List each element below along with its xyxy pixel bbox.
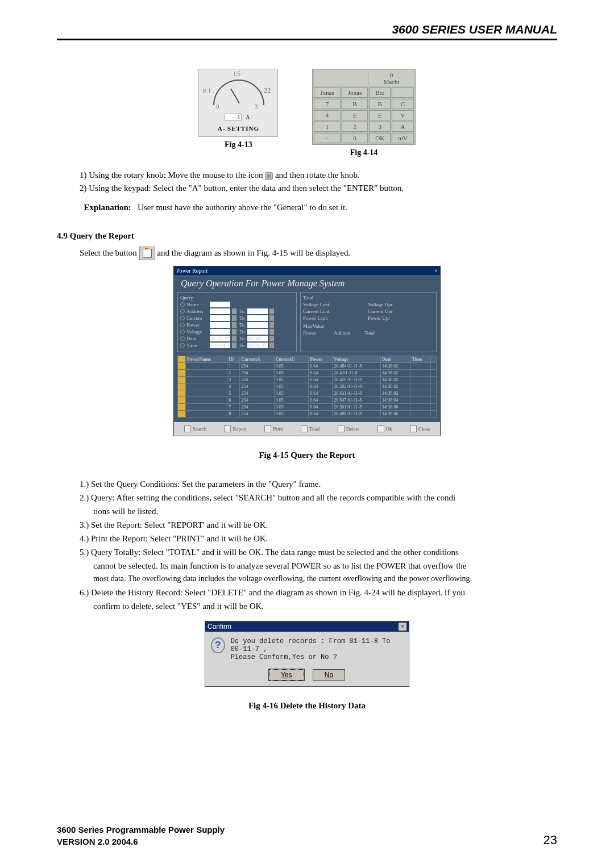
radio-icon[interactable] xyxy=(180,336,185,341)
fig-4-13-block: B.T . 1.5 . 22 0 3 1 A A- SETTING Fig 4-… xyxy=(198,69,278,157)
explanation-line: Explanation: User must have the authorit… xyxy=(80,201,557,214)
mode-cell[interactable]: A xyxy=(392,122,414,132)
list-item-2b: tions will be listed. xyxy=(93,504,557,518)
table-row: 42540.050.6426.502 01-11-814:38:02 xyxy=(178,383,437,390)
list-item-2a: 2.) Query: After setting the conditions,… xyxy=(80,491,557,504)
dial-label-22: . 22 xyxy=(260,86,271,95)
fig-4-15-caption: Fig 4-15 Query the Report xyxy=(57,450,557,460)
table-row: 12540.050.6426.484 01-11-814:38:02 xyxy=(178,363,437,370)
mode-cell[interactable]: C xyxy=(392,99,414,109)
fig-4-14-block: 0 Macht Jonas Jonas Bto 7 B B C 4 E E V xyxy=(312,69,415,157)
header-title: 3600 SERIES USER MANUAL xyxy=(392,23,557,36)
radio-icon[interactable] xyxy=(180,316,185,320)
list-item-5b: cannot be selected. Its main function is… xyxy=(93,559,557,573)
list-item-1: 1.) Set the Query Conditions: Set the pa… xyxy=(80,477,557,491)
list-item-6b: confirm to delete, select "YES" and it w… xyxy=(93,599,557,613)
mode-cell[interactable]: 0 xyxy=(342,133,368,143)
knob-icon xyxy=(265,172,273,180)
confirm-msg-2: Please Conform,Yes or No ? xyxy=(231,653,403,661)
ok-icon xyxy=(377,425,384,432)
table-row: 52540.050.6426.631 01-11-814:38:02 xyxy=(178,390,437,397)
print-icon xyxy=(264,425,271,432)
ok-button[interactable]: Ok xyxy=(377,425,392,432)
mode-col-1: Jonas xyxy=(342,87,368,98)
search-icon xyxy=(184,425,191,432)
confirm-msg-1: Do you delete records : From 01-11-8 To … xyxy=(231,637,403,653)
search-button[interactable]: Search xyxy=(184,425,207,432)
query-result-table: PowerName ID CurrentA CurrentU Power Vol… xyxy=(177,356,437,418)
table-row: 82540.050.6426.488 01-11-814:38:06 xyxy=(178,411,437,418)
mode-cell[interactable]: B xyxy=(342,99,368,109)
line-keypad: 2) Using the keypad: Select the "A" butt… xyxy=(80,182,557,195)
footer-line-1: 3600 Series Programmable Power Supply xyxy=(57,824,225,836)
table-row: 72540.050.6426.501 01-11-814:38:06 xyxy=(178,404,437,411)
time-to[interactable]: 23:59:59 xyxy=(247,343,268,348)
explanation-label: Explanation: xyxy=(84,203,131,212)
date-from[interactable]: 01-11- 7 xyxy=(210,336,230,341)
mode-cell[interactable]: E xyxy=(342,110,368,120)
no-button[interactable]: No xyxy=(313,669,345,681)
qw-titlebar-text: Power Report xyxy=(176,268,208,274)
close-icon[interactable]: × xyxy=(434,268,438,274)
confirm-title: Confirm xyxy=(208,623,231,631)
close-button[interactable]: Close xyxy=(410,425,430,432)
mode-col-2: Bto xyxy=(369,87,391,98)
mode-cell[interactable]: 1 xyxy=(314,122,340,132)
mode-cell[interactable]: B xyxy=(369,99,391,109)
report-button-icon xyxy=(139,247,155,260)
mode-cell[interactable]: V xyxy=(392,110,414,120)
delete-icon xyxy=(338,425,345,432)
explanation-text: User must have the authority above the "… xyxy=(138,203,347,212)
line-rotary-knob: 1) Using the rotary knob: Move the mouse… xyxy=(80,169,557,182)
close-icon[interactable]: × xyxy=(399,623,406,631)
maxvalue-label: MaxValue xyxy=(303,323,434,329)
query-report-window: Power Report × Query Operation For Power… xyxy=(173,266,441,436)
dial-setting-label: A- SETTING xyxy=(199,125,277,132)
report-icon xyxy=(224,425,231,432)
dial-label-bt: B.T . xyxy=(202,87,214,94)
confirm-titlebar: Confirm × xyxy=(205,621,409,632)
addr-to[interactable] xyxy=(247,308,268,314)
dial-widget: B.T . 1.5 . 22 0 3 1 A A- SETTING xyxy=(198,69,278,137)
fig-4-14-caption: Fig 4-14 xyxy=(312,148,415,157)
mode-cell[interactable]: 7 xyxy=(314,99,340,109)
mode-cell[interactable]: mV xyxy=(392,133,414,143)
table-row: 62540.050.6426.547 01-11-814:38:04 xyxy=(178,397,437,404)
yes-button[interactable]: Yes xyxy=(269,669,304,681)
dial-label-3: 3 xyxy=(255,103,258,110)
mode-col-3 xyxy=(392,87,414,98)
mode-cell[interactable]: 4 xyxy=(314,110,340,120)
date-to[interactable]: 00- 01- 7 xyxy=(247,336,268,341)
dial-input[interactable]: 1 xyxy=(225,114,242,120)
radio-icon[interactable] xyxy=(180,343,185,348)
list-item-5c: most data. The overflowing data includes… xyxy=(93,573,557,585)
qw-title: Query Operation For Power Manage System xyxy=(177,277,437,292)
mode-cell[interactable]: OK xyxy=(369,133,391,143)
total-button[interactable]: Total xyxy=(301,425,320,432)
dial-label-15: 1.5 xyxy=(233,70,240,77)
fig-4-16-caption: Fig 4-16 Delete the History Data xyxy=(57,701,557,711)
select-button-line: Select the button and the diagram as sho… xyxy=(80,247,557,261)
radio-icon[interactable] xyxy=(180,323,185,327)
print-button[interactable]: Print xyxy=(264,425,283,432)
procedure-list: 1.) Set the Query Conditions: Set the pa… xyxy=(57,477,557,612)
mode-head-right: Macht xyxy=(383,78,399,85)
report-button[interactable]: Report xyxy=(224,425,247,432)
name-input[interactable] xyxy=(210,302,230,307)
mode-cell[interactable]: 2 xyxy=(342,122,368,132)
total-panel-label: Total xyxy=(303,295,434,301)
delete-button[interactable]: Delete xyxy=(338,425,359,432)
list-item-4: 4.) Print the Report: Select "PRINT" and… xyxy=(80,532,557,545)
body-text-block: 1) Using the rotary knob: Move the mouse… xyxy=(80,169,557,214)
radio-icon[interactable] xyxy=(180,329,185,334)
mode-table: 0 Macht Jonas Jonas Bto 7 B B C 4 E E V xyxy=(312,69,415,145)
mode-cell[interactable]: - xyxy=(314,133,340,143)
fig-4-13-caption: Fig 4-13 xyxy=(198,140,278,149)
time-from[interactable]: 0:00:01 xyxy=(210,343,230,348)
mode-cell[interactable]: 3 xyxy=(369,122,391,132)
radio-icon[interactable] xyxy=(180,302,185,307)
mode-cell[interactable]: E xyxy=(369,110,391,120)
dial-unit: A xyxy=(246,114,250,120)
addr-from[interactable] xyxy=(210,308,230,314)
radio-icon[interactable] xyxy=(180,309,185,314)
